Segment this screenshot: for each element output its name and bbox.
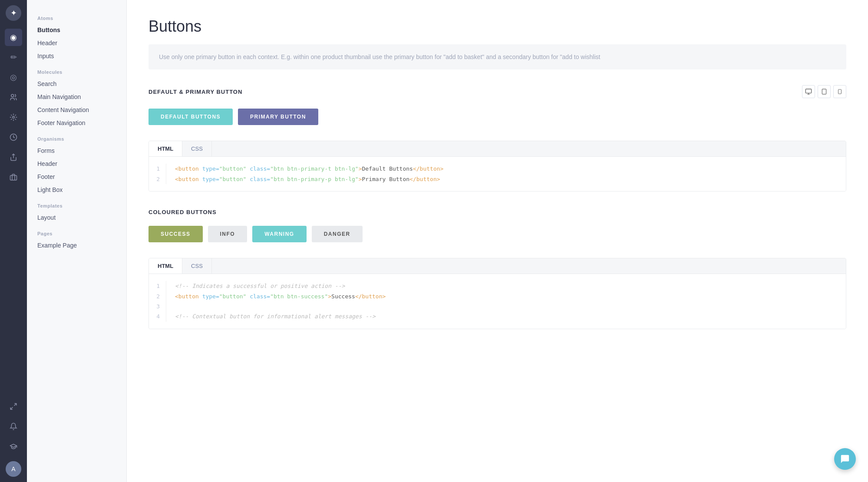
sidebar-item-inputs[interactable]: Inputs	[27, 50, 126, 63]
sidebar-item-example-page[interactable]: Example Page	[27, 239, 126, 252]
sidebar-section-pages: Pages Example Page	[27, 224, 126, 252]
avatar[interactable]: A	[6, 461, 21, 477]
sidebar-section-organisms: Organisms Forms Header Footer Light Box	[27, 129, 126, 196]
coloured-button-row: SUCCESS INFO WARNING DANGER	[149, 226, 846, 242]
section-title-coloured: COLOURED BUTTONS	[149, 209, 217, 215]
sidebar-section-title-atoms: Atoms	[27, 9, 126, 23]
svg-line-5	[14, 403, 17, 406]
graduate-icon[interactable]	[5, 438, 22, 455]
info-text: Use only one primary button in each cont…	[159, 53, 600, 60]
line-numbers-1: 12	[149, 164, 166, 184]
page-title: Buttons	[149, 17, 846, 36]
sidebar-section-title-pages: Pages	[27, 224, 126, 239]
code-block-coloured: HTML CSS 1234 <!-- Indicates a successfu…	[149, 258, 846, 329]
pencil-icon[interactable]: ✏	[5, 49, 22, 66]
html-tab-1[interactable]: HTML	[149, 141, 182, 156]
main-content: Buttons Use only one primary button in e…	[127, 0, 868, 482]
sidebar-section-title-molecules: Molecules	[27, 63, 126, 77]
sidebar-section-templates: Templates Layout	[27, 196, 126, 224]
default-button-demo[interactable]: DEFAULT BUTTONS	[149, 109, 233, 125]
sidebar-item-header-org[interactable]: Header	[27, 157, 126, 170]
section-header-default-primary: DEFAULT & PRIMARY BUTTON	[149, 85, 846, 98]
sidebar-item-layout[interactable]: Layout	[27, 211, 126, 224]
desktop-view-icon[interactable]	[802, 85, 815, 98]
sidebar-item-header-atom[interactable]: Header	[27, 36, 126, 50]
briefcase-icon[interactable]	[5, 168, 22, 186]
section-title-default-primary: DEFAULT & PRIMARY BUTTON	[149, 89, 242, 95]
code-content-1: <button type="button" class="btn btn-pri…	[166, 164, 452, 184]
css-tab-2[interactable]: CSS	[182, 258, 212, 274]
sidebar-item-search[interactable]: Search	[27, 77, 126, 90]
code-block-default-primary: HTML CSS 12 <button type="button" class=…	[149, 141, 846, 191]
sidebar: Atoms Buttons Header Inputs Molecules Se…	[27, 0, 127, 482]
mobile-view-icon[interactable]	[833, 85, 846, 98]
sidebar-item-light-box[interactable]: Light Box	[27, 183, 126, 196]
clock-icon[interactable]	[5, 129, 22, 146]
primary-button-demo[interactable]: PRIMARY BUTTON	[238, 109, 318, 125]
sidebar-item-forms[interactable]: Forms	[27, 144, 126, 157]
share-icon[interactable]	[5, 149, 22, 166]
app-logo[interactable]: ✦	[6, 5, 21, 21]
code-tabs-1: HTML CSS	[149, 141, 846, 157]
icon-rail: ✦ ◉ ✏ ◎ A	[0, 0, 27, 482]
sidebar-item-buttons[interactable]: Buttons	[27, 23, 126, 36]
svg-line-6	[10, 407, 13, 409]
eye-icon[interactable]: ◉	[5, 29, 22, 46]
svg-rect-4	[10, 175, 17, 180]
sidebar-item-content-navigation[interactable]: Content Navigation	[27, 103, 126, 116]
code-body-2: 1234 <!-- Indicates a successful or posi…	[149, 274, 846, 329]
view-icons	[802, 85, 846, 98]
success-button-demo[interactable]: SUCCESS	[149, 226, 203, 242]
danger-button-demo[interactable]: DANGER	[312, 226, 363, 242]
svg-point-0	[11, 94, 14, 97]
chat-bubble[interactable]	[834, 448, 856, 470]
svg-rect-7	[805, 89, 811, 93]
warning-button-demo[interactable]: WARNING	[252, 226, 307, 242]
info-box: Use only one primary button in each cont…	[149, 44, 846, 69]
sidebar-item-footer[interactable]: Footer	[27, 170, 126, 183]
html-tab-2[interactable]: HTML	[149, 258, 182, 274]
chart-icon[interactable]: ◎	[5, 69, 22, 86]
css-tab-1[interactable]: CSS	[182, 141, 212, 156]
code-tabs-2: HTML CSS	[149, 258, 846, 274]
sidebar-section-molecules: Molecules Search Main Navigation Content…	[27, 63, 126, 129]
tablet-view-icon[interactable]	[818, 85, 831, 98]
sidebar-item-footer-navigation[interactable]: Footer Navigation	[27, 116, 126, 129]
sidebar-section-title-templates: Templates	[27, 196, 126, 211]
settings-icon[interactable]	[5, 109, 22, 126]
expand-icon[interactable]	[5, 398, 22, 415]
default-primary-button-row: DEFAULT BUTTONS PRIMARY BUTTON	[149, 109, 846, 125]
sidebar-item-main-navigation[interactable]: Main Navigation	[27, 90, 126, 103]
line-numbers-2: 1234	[149, 281, 166, 322]
info-button-demo[interactable]: INFO	[208, 226, 248, 242]
bell-icon[interactable]	[5, 418, 22, 435]
code-content-2: <!-- Indicates a successful or positive …	[166, 281, 394, 322]
svg-point-1	[13, 116, 15, 119]
section-header-coloured: COLOURED BUTTONS	[149, 209, 846, 215]
users-icon[interactable]	[5, 89, 22, 106]
sidebar-section-title-organisms: Organisms	[27, 129, 126, 144]
code-body-1: 12 <button type="button" class="btn btn-…	[149, 157, 846, 191]
sidebar-section-atoms: Atoms Buttons Header Inputs	[27, 9, 126, 63]
